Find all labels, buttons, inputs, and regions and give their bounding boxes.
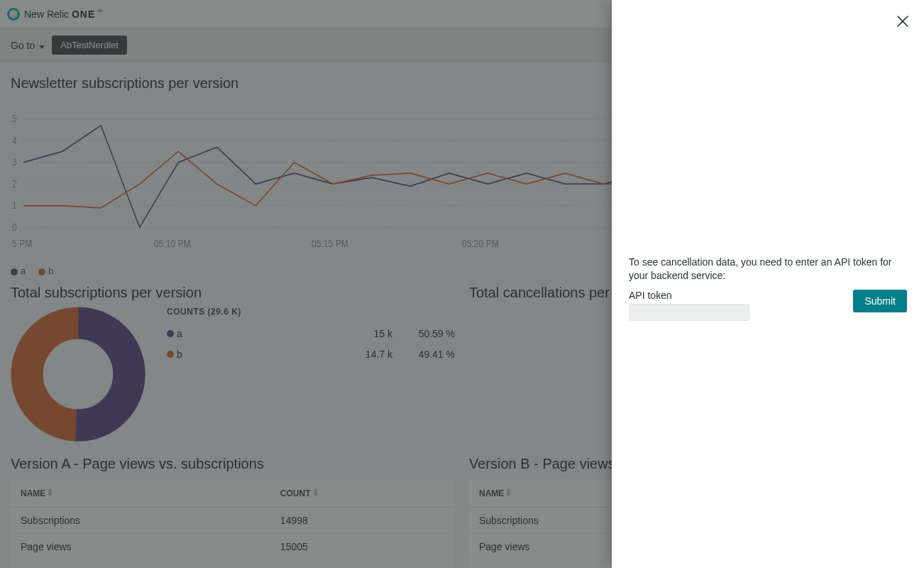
api-token-label: API token <box>629 290 843 301</box>
drawer-message: To see cancellation data, you need to en… <box>629 256 907 283</box>
close-icon <box>894 13 911 30</box>
close-button[interactable] <box>894 13 911 30</box>
api-token-drawer: To see cancellation data, you need to en… <box>612 0 924 568</box>
api-token-input[interactable] <box>629 304 749 321</box>
submit-button[interactable]: Submit <box>853 290 907 312</box>
